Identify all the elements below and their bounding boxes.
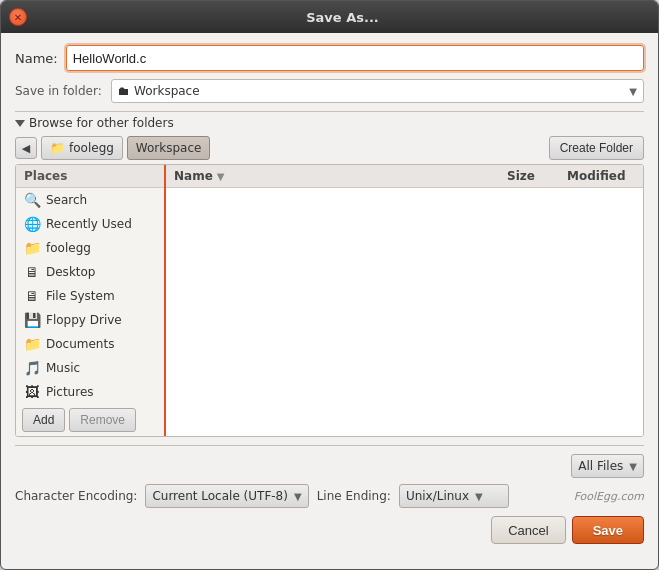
places-search-label: Search <box>46 193 87 207</box>
foolegg-icon: 📁 <box>24 240 40 256</box>
folder-select-value: Workspace <box>134 84 200 98</box>
encoding-arrow-icon: ▼ <box>294 491 302 502</box>
places-music-label: Music <box>46 361 80 375</box>
places-floppy-label: Floppy Drive <box>46 313 122 327</box>
close-button[interactable]: ✕ <box>9 8 27 26</box>
save-as-dialog: ✕ Save As... Name: Save in folder: 🖿 Wor… <box>0 0 659 570</box>
browse-toggle[interactable]: Browse for other folders <box>15 116 644 130</box>
places-documents-label: Documents <box>46 337 114 351</box>
save-in-label: Save in folder: <box>15 84 103 98</box>
places-panel: Places 🔍 Search 🌐 Recently Used 📁 fooleg… <box>16 165 166 436</box>
pictures-icon: 🖼 <box>24 384 40 400</box>
filesystem-icon: 🖥 <box>24 288 40 304</box>
files-col-name[interactable]: Name ▼ <box>166 165 503 187</box>
watermark: FoolEgg.com <box>574 490 644 503</box>
encoding-row: Character Encoding: Current Locale (UTF-… <box>15 484 644 508</box>
filter-arrow-icon: ▼ <box>629 461 637 472</box>
dialog-title: Save As... <box>35 10 650 25</box>
files-col-size[interactable]: Size <box>503 165 563 187</box>
crumb-foolegg-label: foolegg <box>69 141 114 155</box>
lineending-value: Unix/Linux <box>406 489 469 503</box>
close-icon: ✕ <box>14 12 22 23</box>
folder-select-arrow: ▼ <box>629 86 637 97</box>
floppy-icon: 💾 <box>24 312 40 328</box>
recently-used-icon: 🌐 <box>24 216 40 232</box>
places-panel-bottom: Add Remove <box>16 404 164 436</box>
places-item-foolegg[interactable]: 📁 foolegg <box>16 236 164 260</box>
places-foolegg-label: foolegg <box>46 241 91 255</box>
folder-select[interactable]: 🖿 Workspace ▼ <box>111 79 644 103</box>
places-recently-used-label: Recently Used <box>46 217 132 231</box>
music-icon: 🎵 <box>24 360 40 376</box>
lineending-select[interactable]: Unix/Linux ▼ <box>399 484 509 508</box>
browse-triangle-icon <box>15 120 25 127</box>
name-label: Name: <box>15 51 58 66</box>
places-desktop-label: Desktop <box>46 265 96 279</box>
save-in-row: Save in folder: 🖿 Workspace ▼ <box>15 79 644 103</box>
search-icon: 🔍 <box>24 192 40 208</box>
sort-arrow-icon: ▼ <box>217 171 225 182</box>
places-item-floppy[interactable]: 💾 Floppy Drive <box>16 308 164 332</box>
files-content <box>166 188 643 436</box>
filter-value: All Files <box>578 459 623 473</box>
browse-toggle-label: Browse for other folders <box>29 116 174 130</box>
lineending-arrow-icon: ▼ <box>475 491 483 502</box>
files-header: Name ▼ Size Modified <box>166 165 643 188</box>
filter-row: All Files ▼ <box>15 454 644 478</box>
cancel-button[interactable]: Cancel <box>491 516 565 544</box>
add-remove-row: Add Remove <box>22 408 158 432</box>
places-item-search[interactable]: 🔍 Search <box>16 188 164 212</box>
back-icon: ◀ <box>22 142 30 155</box>
places-item-music[interactable]: 🎵 Music <box>16 356 164 380</box>
add-place-button[interactable]: Add <box>22 408 65 432</box>
titlebar: ✕ Save As... <box>1 1 658 33</box>
files-col-name-label: Name <box>174 169 213 183</box>
filename-input[interactable] <box>66 45 644 71</box>
bottom-section: All Files ▼ Character Encoding: Current … <box>15 445 644 548</box>
name-row: Name: <box>15 45 644 71</box>
encoding-label: Character Encoding: <box>15 489 137 503</box>
folder-select-inner: 🖿 Workspace <box>118 84 200 98</box>
files-col-modified[interactable]: Modified <box>563 165 643 187</box>
places-item-documents[interactable]: 📁 Documents <box>16 332 164 356</box>
places-pictures-label: Pictures <box>46 385 94 399</box>
crumb-workspace-label: Workspace <box>136 141 202 155</box>
dialog-body: Name: Save in folder: 🖿 Workspace ▼ Brow… <box>1 33 658 569</box>
places-item-recently-used[interactable]: 🌐 Recently Used <box>16 212 164 236</box>
desktop-icon: 🖥 <box>24 264 40 280</box>
file-browser: Places 🔍 Search 🌐 Recently Used 📁 fooleg… <box>15 164 644 437</box>
places-header: Places <box>16 165 164 188</box>
documents-icon: 📁 <box>24 336 40 352</box>
places-item-filesystem[interactable]: 🖥 File System <box>16 284 164 308</box>
save-button[interactable]: Save <box>572 516 644 544</box>
files-col-size-label: Size <box>507 169 535 183</box>
crumb-foolegg[interactable]: 📁 foolegg <box>41 136 123 160</box>
back-button[interactable]: ◀ <box>15 137 37 159</box>
filter-select[interactable]: All Files ▼ <box>571 454 644 478</box>
files-col-modified-label: Modified <box>567 169 626 183</box>
places-item-desktop[interactable]: 🖥 Desktop <box>16 260 164 284</box>
create-folder-button[interactable]: Create Folder <box>549 136 644 160</box>
encoding-value: Current Locale (UTF-8) <box>152 489 288 503</box>
encoding-select[interactable]: Current Locale (UTF-8) ▼ <box>145 484 308 508</box>
lineending-label: Line Ending: <box>317 489 391 503</box>
nav-bar: ◀ 📁 foolegg Workspace Create Folder <box>15 136 644 160</box>
remove-place-button[interactable]: Remove <box>69 408 136 432</box>
places-filesystem-label: File System <box>46 289 115 303</box>
action-row: Cancel Save <box>15 516 644 548</box>
places-item-pictures[interactable]: 🖼 Pictures <box>16 380 164 404</box>
files-panel: Name ▼ Size Modified <box>166 165 643 436</box>
crumb-workspace[interactable]: Workspace <box>127 136 211 160</box>
browse-section: Browse for other folders ◀ 📁 foolegg Wor… <box>15 111 644 437</box>
crumb-folder-icon: 📁 <box>50 141 65 155</box>
folder-icon: 🖿 <box>118 84 130 98</box>
